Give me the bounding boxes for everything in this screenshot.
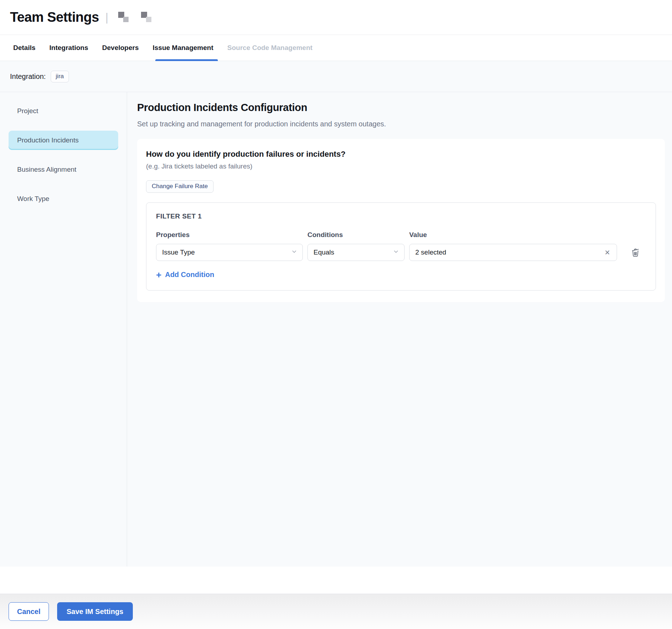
tab-label: Developers bbox=[102, 44, 139, 52]
filter-grid: Properties Conditions Value Issue Type E… bbox=[156, 231, 646, 261]
tab-details[interactable]: Details bbox=[13, 35, 35, 61]
trash-icon bbox=[631, 253, 640, 258]
sidebar-item-project[interactable]: Project bbox=[9, 101, 118, 121]
tab-source-code-management: Source Code Management bbox=[227, 35, 313, 61]
column-header-conditions: Conditions bbox=[307, 231, 405, 239]
sidebar-item-label: Business Alignment bbox=[17, 166, 76, 173]
integration-bar: Integration: jira bbox=[0, 61, 672, 92]
add-condition-button[interactable]: + Add Condition bbox=[156, 271, 214, 279]
filter-set-card: FILTER SET 1 Properties Conditions Value… bbox=[146, 202, 656, 291]
sidebar-item-work-type[interactable]: Work Type bbox=[9, 189, 118, 208]
tab-integrations[interactable]: Integrations bbox=[49, 35, 88, 61]
sidebar-item-label: Work Type bbox=[17, 195, 49, 203]
integration-logo-placeholder-icon bbox=[118, 11, 131, 24]
settings-sidebar: Project Production Incidents Business Al… bbox=[0, 92, 127, 567]
chevron-down-icon bbox=[291, 248, 297, 257]
sidebar-item-label: Production Incidents bbox=[17, 136, 79, 144]
active-tab-indicator bbox=[155, 59, 218, 61]
config-question: How do you identify production failures … bbox=[146, 150, 656, 159]
page-header: Team Settings | bbox=[0, 0, 672, 35]
tab-label: Source Code Management bbox=[227, 44, 313, 52]
page-title: Team Settings bbox=[10, 10, 99, 25]
tab-developers[interactable]: Developers bbox=[102, 35, 139, 61]
cancel-button[interactable]: Cancel bbox=[9, 602, 49, 621]
team-settings-page: Team Settings | Details Integrations Dev… bbox=[0, 0, 672, 629]
tab-label: Issue Management bbox=[153, 44, 214, 52]
value-multiselect[interactable]: 2 selected ✕ bbox=[409, 244, 617, 261]
sidebar-item-production-incidents[interactable]: Production Incidents bbox=[9, 131, 118, 150]
tab-label: Details bbox=[13, 44, 35, 52]
chevron-down-icon bbox=[393, 248, 399, 257]
clear-icon[interactable]: ✕ bbox=[603, 248, 612, 257]
sidebar-item-business-alignment[interactable]: Business Alignment bbox=[9, 160, 118, 179]
column-header-properties: Properties bbox=[156, 231, 303, 239]
tab-label: Integrations bbox=[49, 44, 88, 52]
integration-badge-jira[interactable]: jira bbox=[51, 71, 69, 82]
bottom-spacer bbox=[0, 567, 672, 594]
row-actions bbox=[622, 248, 646, 257]
placeholder-square-light bbox=[123, 17, 129, 22]
content-area: Project Production Incidents Business Al… bbox=[0, 92, 672, 567]
filter-set-title: FILTER SET 1 bbox=[156, 212, 646, 220]
tab-issue-management[interactable]: Issue Management bbox=[153, 35, 214, 61]
change-failure-rate-button[interactable]: Change Failure Rate bbox=[146, 180, 214, 193]
property-select[interactable]: Issue Type bbox=[156, 244, 303, 261]
main-panel: Production Incidents Configuration Set u… bbox=[127, 92, 672, 567]
sidebar-item-label: Project bbox=[17, 107, 38, 115]
integration-logo-placeholder-icon bbox=[141, 11, 154, 24]
integration-label: Integration: bbox=[10, 72, 46, 81]
condition-select[interactable]: Equals bbox=[307, 244, 405, 261]
title-divider: | bbox=[105, 11, 108, 24]
property-select-value: Issue Type bbox=[162, 248, 291, 256]
incidents-config-card: How do you identify production failures … bbox=[137, 139, 665, 302]
save-im-settings-button[interactable]: Save IM Settings bbox=[57, 602, 133, 621]
section-title: Production Incidents Configuration bbox=[137, 102, 665, 114]
placeholder-square-light bbox=[146, 17, 151, 22]
delete-filter-row-button[interactable] bbox=[631, 248, 640, 257]
add-condition-label: Add Condition bbox=[165, 271, 214, 279]
column-header-value: Value bbox=[409, 231, 617, 239]
settings-tabbar: Details Integrations Developers Issue Ma… bbox=[0, 35, 672, 61]
condition-select-value: Equals bbox=[314, 248, 393, 256]
config-hint: (e.g. Jira tickets labeled as failures) bbox=[146, 162, 656, 170]
footer-actionbar: Cancel Save IM Settings bbox=[0, 594, 672, 629]
value-multiselect-text: 2 selected bbox=[415, 248, 603, 256]
plus-icon: + bbox=[156, 271, 161, 278]
section-subtitle: Set up tracking and management for produ… bbox=[137, 120, 665, 128]
